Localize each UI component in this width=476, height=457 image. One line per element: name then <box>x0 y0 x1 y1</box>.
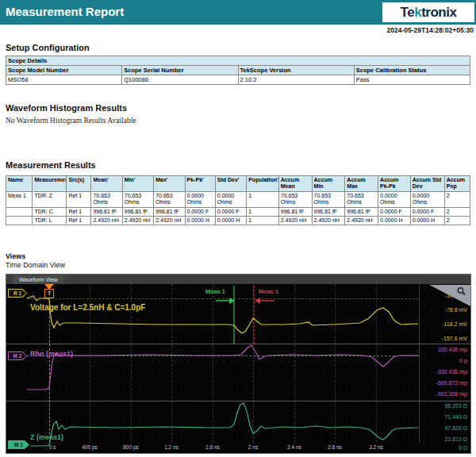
table-cell: 996.81 fF <box>154 207 185 216</box>
time-domain-view-label: Time Domain View <box>6 261 65 269</box>
table-cell: 0.0000 H <box>185 216 215 225</box>
r1-badge: R 1 <box>8 289 27 298</box>
column-header: Accum Pk-Pk <box>378 176 411 192</box>
table-row: TDR: CRef 1996.81 fF996.81 fF996.81 fF0.… <box>6 207 470 216</box>
column-header: Std Dev' <box>215 176 246 192</box>
table-cell: 1 <box>247 191 279 207</box>
table-cell: Ref 1 <box>67 207 91 216</box>
column-header: Src(s) <box>67 176 91 192</box>
setup-configuration-heading: Setup Configuration <box>6 43 90 52</box>
meas1-red-arrowhead <box>255 298 260 304</box>
table-cell: 996.81 fF <box>91 207 122 216</box>
column-header: Accum Mean <box>278 176 312 192</box>
x-tick: 3.2 ns <box>369 444 383 450</box>
waveform-screenshot: Waveform View <box>6 274 471 454</box>
column-header: TekScope Version <box>238 66 354 75</box>
x-tick: 2.4 ns <box>287 444 301 450</box>
report-header-bar: Measurement Report Tektronix <box>0 0 476 25</box>
table-row: Meas 1TDR: ZRef 170.653 Ohms70.653 Ohms7… <box>6 191 470 207</box>
y-tick-z: 71.440 Ω <box>444 414 467 420</box>
column-header: Scope Calibration Status <box>354 66 470 75</box>
table-cell: 2.4920 nH <box>278 216 312 225</box>
x-tick: 1.2 ns <box>164 444 178 450</box>
column-header: Scope Model Number <box>6 66 122 75</box>
rho-trace <box>27 345 418 390</box>
column-header: Accum Pop <box>444 176 470 192</box>
table-cell: Ref 1 <box>67 191 91 207</box>
table-cell: Meas 1 <box>6 191 33 207</box>
x-tick: 1.6 ns <box>205 444 220 450</box>
table-cell: 0.0000 F <box>185 207 215 216</box>
table-cell: Ref 1 <box>67 216 91 225</box>
column-header: Measurement <box>33 176 67 192</box>
table-cell: 1 <box>247 216 279 225</box>
y-tick-z: 23.813 Ω <box>444 436 467 442</box>
table-cell <box>6 207 33 216</box>
column-header: Min' <box>122 176 153 192</box>
table-cell: 996.81 fF <box>312 207 345 216</box>
x-tick: 400 ps <box>82 444 98 450</box>
plot-right-edge <box>419 284 420 443</box>
x-tick: 800 ps <box>123 444 139 450</box>
column-header: Name <box>6 176 33 192</box>
table-cell: 0.0000 F <box>410 207 444 216</box>
table-cell: 0.0000 Ohms <box>378 191 411 207</box>
meas1-red-label: Meas 1 <box>259 288 278 295</box>
voltage-annotation: Voltage for L=2.5nH & C=1.0pF <box>30 303 145 312</box>
x-tick: 2.8 ns <box>328 444 342 450</box>
column-header: Max' <box>154 176 185 192</box>
page-title: Measurement Report <box>6 5 124 18</box>
table-cell: Q100086 <box>122 75 238 85</box>
table-cell: TDR: C <box>33 207 67 216</box>
m2-badge: M 2 <box>8 351 27 360</box>
table-row: MSO58Q1000862.10.2Pass <box>6 75 470 85</box>
table-cell: 0.0000 Ohms <box>215 191 246 207</box>
column-header: Accum Std Dev <box>410 176 444 192</box>
y-tick-z: 47.626 Ω <box>444 425 467 431</box>
y-tick-rho: -660.872 mρ <box>436 380 467 386</box>
table-cell: 1 <box>247 207 279 216</box>
table-cell: 996.81 fF <box>122 207 153 216</box>
table-cell: 70.653 Ohms <box>91 191 122 207</box>
column-header: Accum Min <box>312 176 345 192</box>
z-annotation: Z (meas1) <box>30 433 63 441</box>
table-cell: 0.0000 Ohms <box>185 191 215 207</box>
voltage-trace <box>27 296 418 333</box>
y-tick-voltage: -157.6 mV <box>442 336 467 341</box>
y-tick-z-zero: 0 Ω <box>459 445 467 451</box>
column-header: Scope Serial Number <box>122 66 238 75</box>
histogram-message: No Waveform Histogram Results Available <box>6 117 136 125</box>
scope-titlebar: Waveform View <box>6 275 470 284</box>
table-cell: 70.653 Ohms <box>345 191 378 207</box>
table-cell: 0.0000 H <box>378 216 411 225</box>
meas1-green-label: Meas 1 <box>205 288 225 295</box>
z-trace <box>30 403 418 446</box>
table-cell: 0.0000 F <box>215 207 246 216</box>
table-cell: 70.653 Ohms <box>122 191 153 207</box>
table-cell <box>6 216 33 225</box>
trigger-marker: T <box>44 289 54 298</box>
table-cell: 2 <box>444 191 470 207</box>
table-cell: 2.10.2 <box>238 75 354 85</box>
column-header: Accum Max <box>345 176 378 192</box>
y-tick-voltage: -118.2 mV <box>442 321 467 327</box>
table-cell: 0.0000 Ohms <box>410 191 444 207</box>
scope-details-table: Scope DetailsScope Model NumberScope Ser… <box>6 56 470 85</box>
y-tick-rho: 0 ρ <box>459 358 467 363</box>
histogram-heading: Waveform Histogram Results <box>6 103 127 113</box>
tektronix-logo: Tektronix <box>382 2 474 22</box>
table-cell: 2.4920 nH <box>122 216 153 225</box>
table-cell: 2.4920 nH <box>154 216 185 225</box>
column-header: Mean' <box>91 176 122 192</box>
y-tick-z: 95.253 Ω <box>444 403 467 409</box>
x-tick: 2 ns <box>248 444 258 450</box>
table-cell: 0.0000 H <box>410 216 444 225</box>
views-heading: Views <box>6 252 25 260</box>
table-row: TDR: LRef 12.4920 nH2.4920 nH2.4920 nH0.… <box>6 216 470 225</box>
report-timestamp: 2024-05-29T14:28:02+05:30 <box>387 26 474 34</box>
column-header: Pk-Pk' <box>185 176 215 192</box>
measurement-report-page: Measurement Report Tektronix 2024-05-29T… <box>0 0 476 457</box>
table-cell: Pass <box>354 75 470 85</box>
m1-badge: M 1 <box>8 440 29 449</box>
table-cell: 0.0000 H <box>215 216 246 225</box>
